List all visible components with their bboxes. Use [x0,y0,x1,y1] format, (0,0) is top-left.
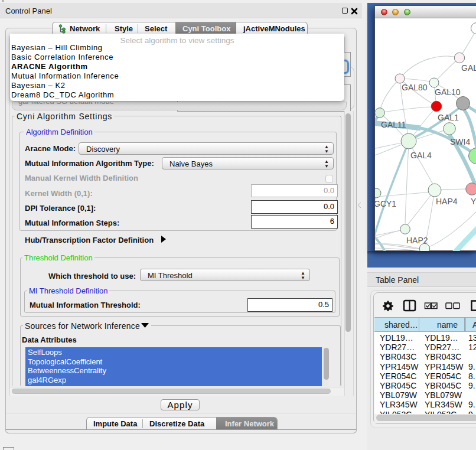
svg-text:Y: Y [471,197,476,206]
svg-text:HAP4: HAP4 [436,197,458,206]
svg-text:GAL10: GAL10 [435,87,461,97]
svg-text:GAL80: GAL80 [402,83,428,92]
svg-text:GAL: GAL [461,63,476,73]
svg-text:GCY1: GCY1 [375,199,396,208]
svg-text:GAL1: GAL1 [438,113,459,122]
svg-text:HAP2: HAP2 [406,236,428,245]
svg-text:GAL4: GAL4 [410,151,432,160]
svg-text:SWI4: SWI4 [450,137,470,146]
svg-text:GAL11: GAL11 [381,120,406,129]
